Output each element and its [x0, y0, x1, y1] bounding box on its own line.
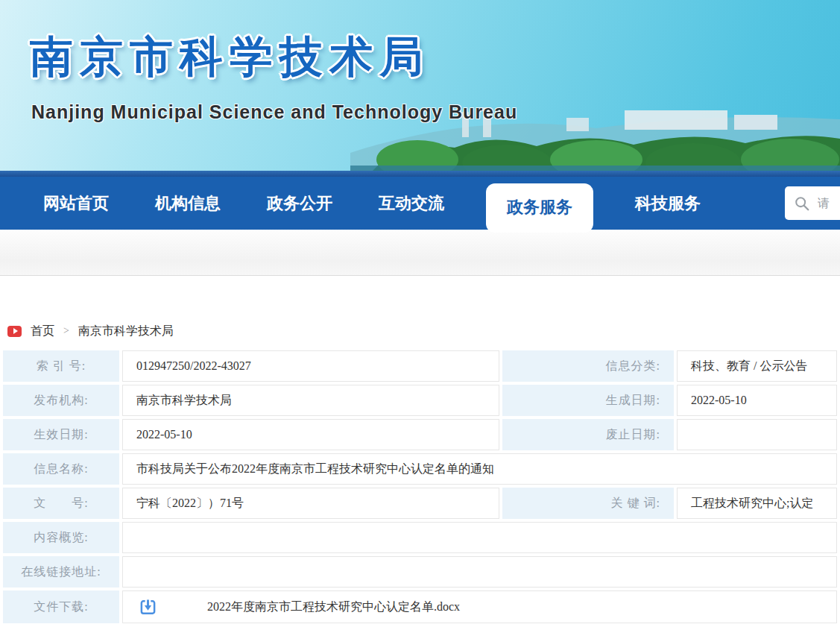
index-number-value: 012947250/2022-43027 [122, 350, 499, 382]
site-title: 南京市科学技术局 [30, 28, 429, 86]
breadcrumb: 首页 > 南京市科学技术局 [0, 276, 840, 347]
info-title-label: 信息名称: [3, 453, 119, 485]
nav-tab-gov-open[interactable]: 政务公开 [262, 177, 337, 230]
keywords-label: 关 键 词: [502, 488, 674, 519]
online-link-label: 在线链接地址: [3, 556, 119, 588]
table-row: 发布机构: 南京市科学技术局 生成日期: 2022-05-10 [3, 385, 837, 416]
site-subtitle-en: Nanjing Municipal Science and Technology… [31, 101, 517, 123]
info-category-label: 信息分类: [502, 350, 674, 382]
nav-tab-tech-services[interactable]: 科技服务 [631, 177, 705, 230]
download-icon[interactable] [139, 599, 157, 616]
summary-value [122, 522, 837, 553]
main-nav: 网站首页 机构信息 政务公开 互动交流 政务服务 科技服务 [0, 177, 840, 230]
table-row: 内容概览: [3, 522, 837, 553]
publisher-label: 发布机构: [3, 385, 119, 416]
breadcrumb-home-link[interactable]: 首页 [31, 324, 54, 339]
table-row: 生效日期: 2022-05-10 废止日期: [3, 419, 837, 450]
breadcrumb-home-icon [7, 326, 22, 337]
info-table: 索 引 号: 012947250/2022-43027 信息分类: 科技、教育 … [0, 347, 840, 626]
doc-number-label: 文 号: [3, 488, 119, 519]
nav-tab-gov-services[interactable]: 政务服务 [486, 183, 593, 233]
effective-date-value: 2022-05-10 [122, 419, 499, 450]
breadcrumb-current: 南京市科学技术局 [78, 324, 174, 339]
effective-date-label: 生效日期: [3, 419, 119, 450]
nav-tab-home[interactable]: 网站首页 [39, 177, 113, 230]
nav-tab-org-info[interactable]: 机构信息 [151, 177, 225, 230]
site-banner: 南京市科学技术局 Nanjing Municipal Science and T… [0, 0, 840, 171]
created-date-value: 2022-05-10 [677, 385, 837, 416]
search-input[interactable] [818, 197, 840, 210]
search-icon[interactable] [794, 195, 810, 212]
table-row: 信息名称: 市科技局关于公布2022年度南京市工程技术研究中心认定名单的通知 [3, 453, 837, 485]
online-link-value [122, 556, 837, 588]
summary-label: 内容概览: [3, 522, 119, 553]
banner-bottom-strip [0, 171, 840, 177]
index-number-label: 索 引 号: [3, 350, 119, 382]
expired-date-value [677, 419, 837, 450]
file-download-label: 文件下载: [3, 590, 119, 623]
doc-number-value: 宁科〔2022〕）71号 [122, 488, 499, 519]
table-row: 索 引 号: 012947250/2022-43027 信息分类: 科技、教育 … [3, 350, 837, 382]
table-row: 在线链接地址: [3, 556, 837, 588]
publisher-value: 南京市科学技术局 [122, 385, 499, 416]
breadcrumb-separator: > [63, 325, 69, 337]
created-date-label: 生成日期: [502, 385, 674, 416]
search-box[interactable] [785, 186, 840, 220]
table-row: 文 号: 宁科〔2022〕）71号 关 键 词: 工程技术研究中心;认定 [3, 488, 837, 519]
expired-date-label: 废止日期: [502, 419, 674, 450]
file-download-cell: 2022年度南京市工程技术研究中心认定名单.docx [122, 590, 837, 623]
keywords-value: 工程技术研究中心;认定 [677, 488, 837, 519]
table-row: 文件下载: 2022年度南京市工程技术研究中心认定名单.docx [3, 590, 837, 623]
info-title-value: 市科技局关于公布2022年度南京市工程技术研究中心认定名单的通知 [122, 453, 837, 485]
nav-subband [0, 230, 840, 276]
download-file-link[interactable]: 2022年度南京市工程技术研究中心认定名单.docx [207, 599, 460, 615]
nav-tab-interaction[interactable]: 互动交流 [374, 177, 449, 230]
info-category-value: 科技、教育 / 公示公告 [677, 350, 837, 382]
